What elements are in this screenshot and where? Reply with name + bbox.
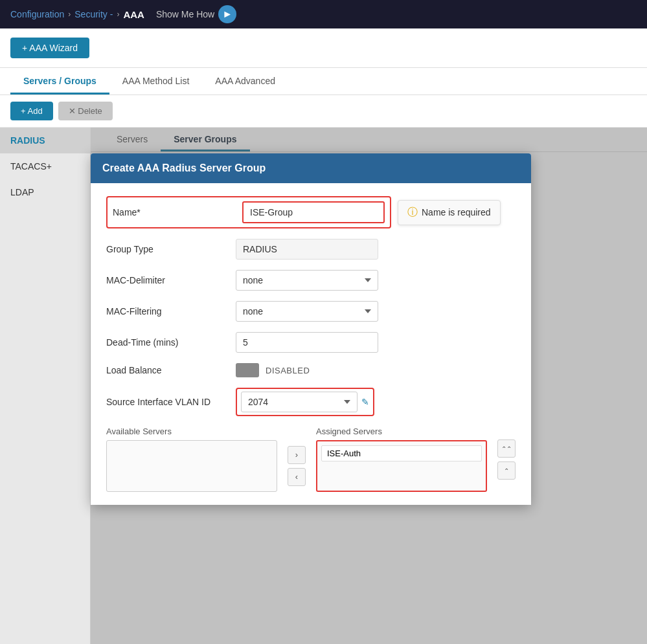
top-navigation: Configuration › Security - › AAA Show Me…	[0, 0, 647, 28]
tab-servers-groups[interactable]: Servers / Groups	[10, 68, 109, 94]
name-label: Name*	[113, 207, 242, 217]
sidebar-item-tacacs[interactable]: TACACS+	[0, 153, 90, 179]
tab-advanced[interactable]: AAA Advanced	[202, 68, 288, 94]
group-type-row: Group Type RADIUS	[106, 239, 516, 260]
warning-icon: ⓘ	[407, 206, 418, 219]
add-button[interactable]: + Add	[10, 102, 53, 120]
vlan-id-row: Source Interface VLAN ID 2074 2075 2076 …	[106, 388, 516, 416]
assigned-server-item[interactable]: ISE-Auth	[321, 445, 482, 461]
vlan-id-select[interactable]: 2074 2075 2076	[241, 392, 358, 412]
dead-time-row: Dead-Time (mins)	[106, 332, 516, 353]
nav-configuration[interactable]: Configuration	[10, 9, 64, 19]
name-field-highlight: Name*	[106, 196, 391, 228]
dead-time-label: Dead-Time (mins)	[106, 337, 236, 348]
move-right-button[interactable]: ›	[288, 446, 306, 464]
show-me-how-button[interactable]: Show Me How ►	[156, 5, 236, 23]
modal-header: Create AAA Radius Server Group	[91, 153, 531, 183]
right-panel: Servers Server Groups Create AAA Radius …	[91, 128, 647, 644]
available-servers-box	[106, 440, 277, 492]
aaa-wizard-button[interactable]: + AAA Wizard	[10, 38, 89, 58]
load-balance-label: Load Balance	[106, 365, 236, 375]
vlan-row-highlight: 2074 2075 2076 ✎	[236, 388, 374, 416]
group-type-label: Group Type	[106, 244, 236, 254]
show-me-how-arrow-icon: ►	[218, 5, 236, 23]
load-balance-toggle-wrap: DISABLED	[236, 363, 310, 377]
group-type-value: RADIUS	[236, 239, 378, 260]
left-sidebar: RADIUS TACACS+ LDAP	[0, 128, 91, 644]
assigned-servers-box: ISE-Auth	[316, 440, 487, 492]
modal-overlay: Create AAA Radius Server Group Name* ⓘ N…	[91, 128, 647, 644]
delete-button[interactable]: ✕ Delete	[58, 102, 113, 120]
nav-aaa: AAA	[123, 9, 144, 20]
move-up-button[interactable]: ⌃	[497, 461, 516, 480]
mac-filtering-label: MAC-Filtering	[106, 306, 236, 316]
mac-filtering-select[interactable]: none lower upper	[236, 301, 378, 322]
load-balance-status: DISABLED	[266, 366, 310, 375]
error-tooltip: ⓘ Name is required	[398, 200, 501, 225]
action-bar: + Add ✕ Delete	[0, 95, 647, 128]
chevron-2: ›	[117, 10, 119, 19]
load-balance-toggle[interactable]	[236, 363, 259, 377]
chevron-1: ›	[68, 10, 71, 19]
mac-delimiter-label: MAC-Delimiter	[106, 275, 236, 285]
name-input[interactable]	[242, 201, 385, 223]
mac-delimiter-select[interactable]: none colon hyphen	[236, 270, 378, 291]
nav-security[interactable]: Security -	[74, 9, 113, 19]
error-message: Name is required	[422, 207, 491, 217]
mac-delimiter-row: MAC-Delimiter none colon hyphen	[106, 270, 516, 291]
servers-section: Available Servers › ‹ Assigned Servers I…	[106, 427, 516, 492]
sidebar-item-radius[interactable]: RADIUS	[0, 128, 90, 153]
load-balance-row: Load Balance DISABLED	[106, 363, 516, 377]
modal-body: Name* ⓘ Name is required Group Type RADI…	[91, 183, 531, 505]
create-server-group-modal: Create AAA Radius Server Group Name* ⓘ N…	[91, 153, 531, 505]
assigned-servers-col: Assigned Servers ISE-Auth	[316, 427, 487, 492]
move-left-button[interactable]: ‹	[288, 468, 306, 486]
main-tabs: Servers / Groups AAA Method List AAA Adv…	[0, 68, 647, 95]
available-servers-label: Available Servers	[106, 427, 277, 436]
show-me-how-label: Show Me How	[156, 9, 214, 19]
vlan-edit-icon[interactable]: ✎	[361, 397, 369, 407]
tab-method-list[interactable]: AAA Method List	[109, 68, 203, 94]
move-to-top-button[interactable]: ⌃⌃	[497, 439, 516, 458]
transfer-arrows-col: › ‹	[288, 427, 306, 492]
sidebar-item-ldap[interactable]: LDAP	[0, 179, 90, 205]
assigned-servers-label: Assigned Servers	[316, 427, 487, 436]
right-order-arrows: ⌃⌃ ⌃	[497, 427, 516, 492]
content-area: RADIUS TACACS+ LDAP Servers Server Group…	[0, 128, 647, 644]
vlan-label: Source Interface VLAN ID	[106, 397, 236, 407]
mac-filtering-row: MAC-Filtering none lower upper	[106, 301, 516, 322]
toolbar: + AAA Wizard	[0, 28, 647, 68]
available-servers-col: Available Servers	[106, 427, 277, 492]
dead-time-input[interactable]	[236, 332, 378, 353]
name-row: Name* ⓘ Name is required	[106, 196, 516, 228]
